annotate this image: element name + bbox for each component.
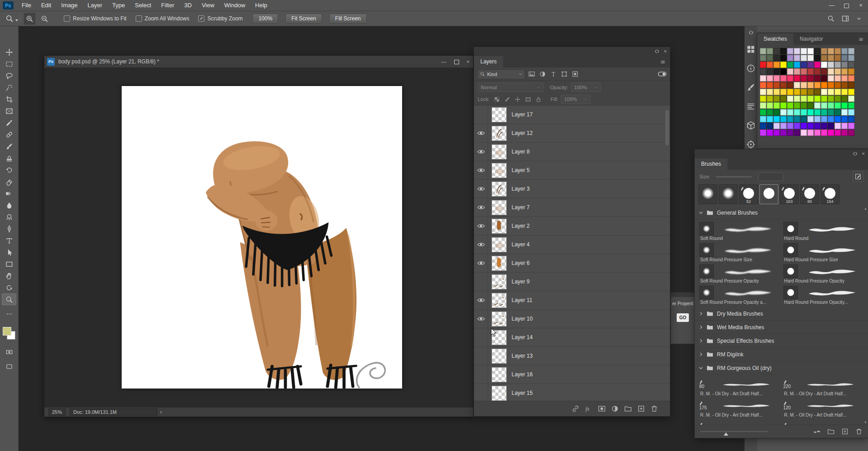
swatch[interactable] bbox=[794, 75, 800, 82]
filter-kind-dropdown[interactable]: Kind bbox=[477, 69, 525, 79]
panel-3d-icon[interactable] bbox=[746, 121, 755, 130]
swatch[interactable] bbox=[801, 116, 807, 122]
swatch[interactable] bbox=[794, 102, 800, 109]
recent-brush-1[interactable] bbox=[698, 184, 717, 204]
swatch[interactable] bbox=[801, 123, 807, 129]
canvas-area[interactable] bbox=[44, 68, 473, 408]
size-slider[interactable] bbox=[716, 176, 752, 178]
swatch[interactable] bbox=[821, 55, 827, 61]
status-chevron-icon[interactable]: › bbox=[160, 409, 162, 415]
swatch[interactable] bbox=[767, 75, 773, 82]
swatch[interactable] bbox=[794, 89, 800, 95]
search-icon[interactable] bbox=[827, 15, 835, 22]
swatch[interactable] bbox=[828, 82, 834, 88]
swatch[interactable] bbox=[773, 116, 780, 122]
brush-item-72[interactable]: 72 bbox=[782, 419, 866, 425]
chevron-down-icon[interactable] bbox=[699, 211, 703, 215]
swatch[interactable] bbox=[801, 96, 807, 102]
swatch[interactable] bbox=[807, 82, 814, 88]
swatch[interactable] bbox=[787, 62, 793, 68]
swatch[interactable] bbox=[801, 109, 807, 115]
swatch[interactable] bbox=[767, 48, 773, 54]
visibility-eye-icon[interactable] bbox=[474, 254, 488, 272]
swatch[interactable] bbox=[780, 75, 787, 82]
swatch[interactable] bbox=[801, 89, 807, 95]
swatch[interactable] bbox=[807, 48, 814, 54]
swatch[interactable] bbox=[848, 109, 854, 115]
swatch[interactable] bbox=[801, 68, 807, 75]
swatch[interactable] bbox=[848, 48, 854, 54]
swatch[interactable] bbox=[794, 82, 800, 88]
button-fit-screen[interactable]: Fit Screen bbox=[285, 14, 322, 24]
swatch[interactable] bbox=[767, 89, 773, 95]
brush-folder-rm-gorgeous-oil-dry[interactable]: RM Gorgeous Oil (dry) bbox=[695, 361, 868, 375]
swatch[interactable] bbox=[821, 75, 827, 82]
brush-folder-wet-media-brushes[interactable]: Wet Media Brushes bbox=[695, 321, 868, 334]
swatch[interactable] bbox=[787, 96, 793, 102]
swatch[interactable] bbox=[814, 102, 821, 109]
swatch[interactable] bbox=[821, 62, 827, 68]
filter-adjustment-icon[interactable] bbox=[537, 70, 548, 79]
swatch[interactable] bbox=[807, 102, 814, 109]
new-brush-icon[interactable] bbox=[841, 428, 849, 435]
lock-all-icon[interactable] bbox=[534, 96, 543, 103]
tab-navigator[interactable]: Navigator bbox=[793, 34, 829, 45]
layer-row-layer-15[interactable]: Layer 15 bbox=[474, 384, 670, 401]
collapse-panel-icon[interactable] bbox=[852, 152, 858, 156]
blend-mode-dropdown[interactable]: Normal bbox=[478, 82, 544, 92]
visibility-toggle-empty[interactable] bbox=[474, 384, 488, 401]
swatch[interactable] bbox=[835, 89, 841, 95]
workspace-switcher-icon[interactable] bbox=[842, 15, 849, 22]
eyedropper-tool[interactable] bbox=[2, 117, 16, 129]
swatch[interactable] bbox=[787, 82, 793, 88]
layer-thumbnail[interactable] bbox=[492, 144, 507, 159]
layer-thumbnail[interactable] bbox=[492, 163, 507, 178]
swatch[interactable] bbox=[828, 102, 834, 109]
swatch[interactable] bbox=[780, 48, 787, 54]
swatch[interactable] bbox=[835, 62, 841, 68]
slider-thumb-icon[interactable] bbox=[724, 432, 728, 436]
brush-settings-button[interactable] bbox=[853, 171, 863, 182]
fill-dropdown[interactable]: 100% bbox=[561, 95, 591, 104]
chevron-down-icon[interactable] bbox=[699, 366, 703, 370]
swatch[interactable] bbox=[773, 82, 780, 88]
swatch[interactable] bbox=[794, 123, 800, 129]
swatch[interactable] bbox=[794, 48, 800, 54]
swatch[interactable] bbox=[773, 96, 780, 102]
hidden-panel-tab[interactable]: er Properti bbox=[671, 301, 695, 306]
swatch[interactable] bbox=[767, 109, 773, 115]
swatch[interactable] bbox=[848, 89, 854, 95]
swatch[interactable] bbox=[780, 89, 787, 95]
layer-thumbnail[interactable] bbox=[492, 237, 507, 252]
swatch[interactable] bbox=[848, 102, 854, 109]
layer-filtering-toggle[interactable] bbox=[658, 71, 667, 77]
swatch[interactable] bbox=[773, 68, 780, 75]
visibility-eye-icon[interactable] bbox=[474, 180, 488, 198]
layer-thumbnail[interactable] bbox=[492, 126, 507, 141]
zoom-out-button[interactable] bbox=[39, 13, 50, 24]
swatch[interactable] bbox=[821, 82, 827, 88]
swatch[interactable] bbox=[814, 75, 821, 82]
lock-transparent-icon[interactable] bbox=[492, 96, 502, 103]
swatch[interactable] bbox=[767, 68, 773, 75]
foreground-color-chip[interactable] bbox=[3, 327, 11, 336]
visibility-eye-icon[interactable] bbox=[474, 291, 488, 309]
checkbox-scrubby-zoom[interactable]: ✓Scrubby Zoom bbox=[198, 15, 242, 22]
quick-mask-button[interactable] bbox=[2, 347, 16, 357]
hand-tool[interactable] bbox=[2, 270, 16, 282]
panel-info-icon[interactable] bbox=[746, 64, 755, 73]
swatch[interactable] bbox=[814, 96, 821, 102]
brush-item-hard-round[interactable]: Hard Round bbox=[782, 221, 866, 242]
swatch[interactable] bbox=[780, 109, 787, 115]
menu-edit[interactable]: Edit bbox=[36, 2, 56, 9]
frame-tool[interactable] bbox=[2, 105, 16, 117]
swatch[interactable] bbox=[841, 130, 848, 136]
swatch[interactable] bbox=[794, 96, 800, 102]
swatch[interactable] bbox=[760, 55, 766, 61]
swatch[interactable] bbox=[814, 68, 821, 75]
swatch[interactable] bbox=[848, 55, 854, 61]
visibility-toggle-empty[interactable] bbox=[474, 347, 488, 365]
swatch[interactable] bbox=[828, 123, 834, 129]
swatch[interactable] bbox=[767, 82, 773, 88]
visibility-toggle-empty[interactable] bbox=[474, 273, 488, 291]
